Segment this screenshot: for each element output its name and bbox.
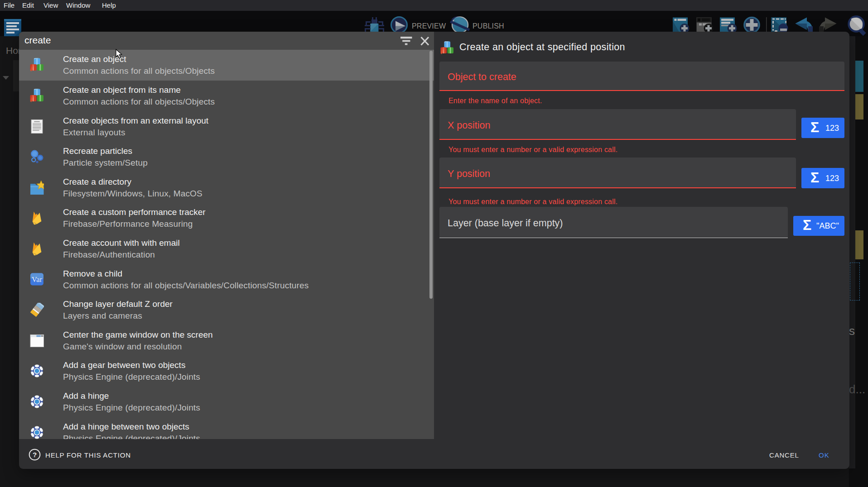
svg-text:?: ? <box>33 451 37 458</box>
